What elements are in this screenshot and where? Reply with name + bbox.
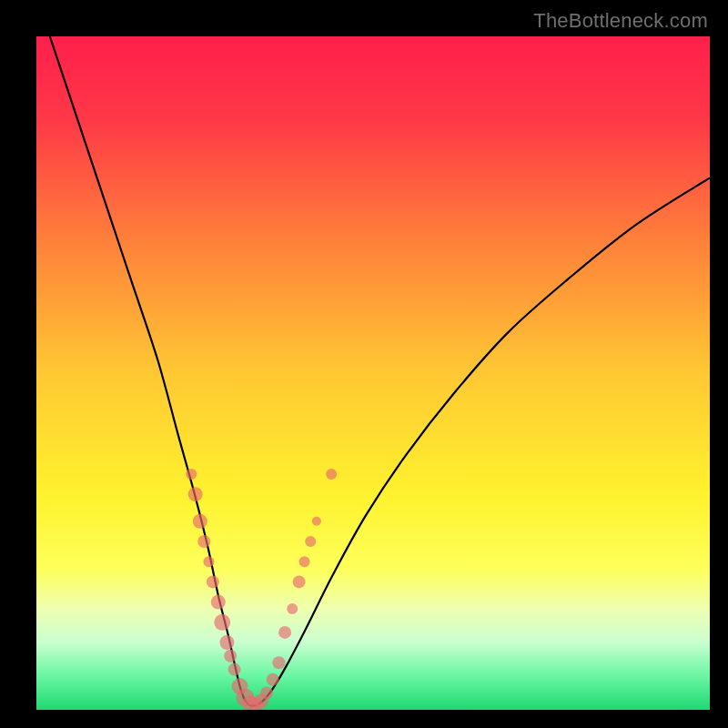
scatter-dot	[224, 650, 237, 662]
scatter-dot	[293, 575, 306, 588]
scatter-dot	[299, 556, 310, 567]
scatter-dot	[278, 626, 291, 639]
scatter-dot	[211, 595, 226, 610]
scatter-points	[186, 469, 337, 710]
scatter-dot	[203, 556, 214, 567]
scatter-dot	[272, 656, 285, 669]
curve-layer	[36, 36, 710, 710]
scatter-dot	[305, 536, 316, 547]
scatter-dot	[186, 469, 197, 480]
watermark-text: TheBottleneck.com	[533, 9, 708, 33]
scatter-dot	[228, 663, 241, 676]
scatter-dot	[312, 517, 321, 526]
scatter-dot	[326, 469, 337, 480]
chart-frame: TheBottleneck.com	[0, 0, 728, 728]
scatter-dot	[188, 487, 203, 501]
scatter-dot	[287, 603, 298, 614]
scatter-dot	[207, 575, 219, 588]
bottleneck-curve	[50, 36, 710, 706]
scatter-dot	[197, 535, 210, 548]
scatter-dot	[193, 514, 207, 529]
scatter-dot	[219, 635, 234, 650]
scatter-dot	[214, 614, 230, 631]
plot-area	[36, 36, 710, 710]
scatter-dot	[260, 687, 273, 700]
scatter-dot	[267, 673, 279, 686]
